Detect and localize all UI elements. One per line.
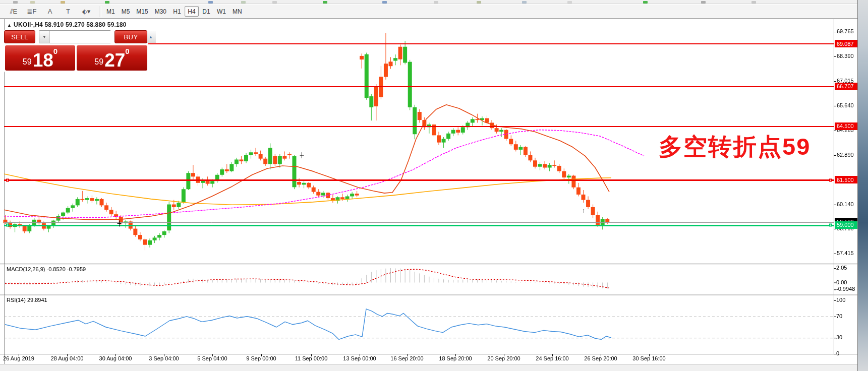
timeframe-button-w1[interactable]: W1 bbox=[214, 6, 229, 17]
toolbar-fragment-icon bbox=[477, 1, 481, 4]
date-axis-label: 11 Sep 00:00 bbox=[295, 355, 328, 361]
toolbar-fragment-icon bbox=[751, 1, 756, 4]
text-label-icon[interactable]: T bbox=[62, 6, 75, 17]
price-axis-tick: 57.415 bbox=[837, 250, 854, 256]
date-axis-label: 30 Sep 16:00 bbox=[632, 355, 665, 361]
buy-price-point: 0 bbox=[125, 47, 129, 55]
sell-button[interactable]: SELL bbox=[4, 30, 35, 43]
volume-spinner: ▼ ▲ bbox=[39, 30, 111, 43]
price-axis-tick: 68.390 bbox=[837, 53, 854, 59]
rsi-indicator-label: RSI(14) 29.8941 bbox=[7, 297, 47, 303]
toolbar-fragment-icon bbox=[382, 1, 387, 4]
toolbar-separator bbox=[99, 6, 101, 17]
toolbar-fragment-icon bbox=[208, 1, 213, 4]
price-axis-tick: 65.640 bbox=[837, 102, 854, 108]
timeframe-bar: M1M5M15M30H1H4D1W1MN bbox=[103, 6, 245, 17]
toolbar-fragment-icon bbox=[643, 1, 648, 4]
buy-price-pips: 27 bbox=[104, 52, 125, 69]
toolbar-fragment-icon bbox=[105, 1, 109, 4]
timeframe-button-d1[interactable]: D1 bbox=[199, 6, 213, 17]
toolbar-fragment-icon bbox=[13, 1, 18, 4]
macd-indicator-label: MACD(12,26,9) -0.8520 -0.7959 bbox=[7, 266, 86, 272]
collapse-arrow-icon[interactable]: ▲ bbox=[7, 23, 12, 28]
date-axis-label: 24 Sep 16:00 bbox=[536, 355, 568, 361]
chart-text-annotation: 多空转折点59 bbox=[659, 131, 811, 163]
date-axis-label: 13 Sep 00:00 bbox=[343, 355, 376, 361]
date-axis-label: 18 Sep 20:00 bbox=[439, 355, 472, 361]
date-axis-label: 26 Sep 20:00 bbox=[584, 355, 617, 361]
date-axis-label: 28 Aug 04:00 bbox=[51, 355, 84, 361]
date-axis-label: 5 Sep 04:00 bbox=[197, 355, 227, 361]
timeframe-button-h4[interactable]: H4 bbox=[185, 6, 199, 17]
date-axis-label: 3 Sep 04:00 bbox=[149, 355, 179, 361]
toolbar-fragment-icon bbox=[434, 1, 438, 4]
bottom-strip bbox=[0, 364, 868, 371]
date-axis-label: 30 Aug 04:00 bbox=[99, 355, 132, 361]
macd-axis-label: 0.00 bbox=[836, 279, 847, 285]
symbol-info-line: ▲UKOil-,H4 58.910 59.270 58.880 59.180 bbox=[7, 21, 127, 28]
toolbar-fragment-icon bbox=[272, 1, 277, 4]
toolbar-fragment-icon bbox=[323, 1, 327, 4]
up-arrow-marker: ↑ bbox=[582, 207, 586, 214]
timeframe-button-m5[interactable]: M5 bbox=[119, 6, 133, 17]
price-badge-64.500: 64.500 bbox=[835, 122, 858, 130]
price-axis-tick: 60.140 bbox=[837, 201, 854, 207]
equidistant-channel-icon[interactable]: ⫽E bbox=[7, 6, 20, 17]
date-axis-label: 20 Sep 20:00 bbox=[487, 355, 520, 361]
date-axis-label: 9 Sep 00:00 bbox=[246, 355, 276, 361]
timeframe-button-m30[interactable]: M30 bbox=[152, 6, 169, 17]
rsi-axis-label: 0 bbox=[836, 350, 839, 356]
toolbar-fragment-icon bbox=[701, 1, 706, 4]
price-badge-69.087: 69.087 bbox=[835, 40, 858, 47]
timeframe-button-m1[interactable]: M1 bbox=[103, 6, 118, 17]
buy-price-display[interactable]: 59270 bbox=[77, 45, 147, 71]
sell-price-point: 0 bbox=[53, 47, 57, 55]
symbol-ohlc-text: UKOil-,H4 58.910 59.270 58.880 59.180 bbox=[14, 21, 127, 28]
toolbar-fragment-icon bbox=[567, 1, 572, 4]
sell-price-display[interactable]: 59180 bbox=[5, 45, 75, 71]
macd-axis-label: 2.05 bbox=[836, 265, 847, 271]
main-toolbar: ⫽E≣FAT⬖▾ M1M5M15M30H1H4D1W1MN bbox=[0, 5, 868, 19]
price-axis-tick: 62.890 bbox=[837, 152, 854, 158]
price-badge-66.707: 66.707 bbox=[835, 83, 858, 90]
price-badge-61.500: 61.500 bbox=[835, 176, 858, 183]
rsi-axis-label: 100 bbox=[836, 297, 845, 303]
sell-price-pips: 18 bbox=[33, 52, 53, 69]
toolbar-fragment-icon bbox=[61, 1, 65, 4]
window-edge bbox=[857, 0, 868, 371]
toolbar-fragment-icon bbox=[30, 1, 35, 4]
arrow-tools-icon[interactable]: ⬖▾ bbox=[80, 6, 93, 17]
macd-axis-label: -0.9948 bbox=[836, 286, 855, 292]
date-axis-label: 26 Aug 2019 bbox=[3, 355, 34, 361]
sell-price-int: 59 bbox=[23, 57, 32, 67]
toolbar-fragment-icon bbox=[522, 1, 527, 4]
one-click-trading-panel: SELL ▼ ▲ BUY 59180 59270 bbox=[4, 29, 148, 73]
rsi-axis-label: 70 bbox=[836, 313, 842, 319]
toolbar-fragment-icon bbox=[241, 1, 246, 4]
timeframe-button-mn[interactable]: MN bbox=[229, 6, 245, 17]
price-badge-59.000: 59.000 bbox=[835, 221, 858, 229]
text-icon[interactable]: A bbox=[43, 6, 56, 17]
timeframe-button-h1[interactable]: H1 bbox=[170, 6, 184, 17]
timeframe-button-m15[interactable]: M15 bbox=[133, 6, 151, 17]
volume-decrease-button[interactable]: ▼ bbox=[39, 31, 50, 43]
price-axis-tick: 69.765 bbox=[837, 28, 854, 34]
buy-price-int: 59 bbox=[94, 57, 103, 67]
rsi-axis-label: 30 bbox=[836, 334, 842, 340]
date-axis-label: 16 Sep 20:00 bbox=[390, 355, 423, 361]
partial-toolbar-strip bbox=[0, 0, 868, 4]
buy-button[interactable]: BUY bbox=[114, 30, 147, 43]
fibonacci-icon[interactable]: ≣F bbox=[25, 6, 38, 17]
